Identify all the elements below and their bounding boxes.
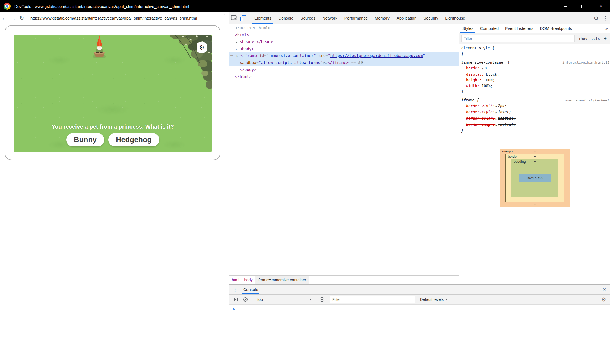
- tab-network[interactable]: Network: [319, 12, 341, 24]
- css-property[interactable]: border-color:▶initial;: [459, 116, 610, 122]
- css-property[interactable]: border-image:▶initial;: [459, 122, 610, 128]
- console-output[interactable]: >: [229, 305, 610, 364]
- log-levels-select[interactable]: Default levels ▼: [420, 297, 448, 302]
- dom-tree-node[interactable]: ⋯▶<iframe id="immersive-container" src="…: [229, 52, 459, 59]
- console-filter-input[interactable]: [330, 296, 415, 303]
- game-settings-button[interactable]: ⚙: [197, 42, 207, 53]
- collapse-arrow-icon[interactable]: ▼: [236, 46, 237, 53]
- node-markup: <body>: [229, 47, 254, 51]
- drawer-tab-console[interactable]: Console: [242, 285, 259, 294]
- drawer-header: ⋮ Console ✕: [229, 285, 610, 295]
- css-property[interactable]: border-width:▶2px;: [459, 103, 610, 109]
- dom-tree-node[interactable]: <!DOCTYPE html>: [229, 25, 459, 32]
- console-sidebar-icon: [233, 298, 238, 301]
- gear-icon: ⚙: [594, 15, 599, 21]
- tab-sources[interactable]: Sources: [297, 12, 319, 24]
- eye-icon: [320, 297, 324, 302]
- choice-button-bunny[interactable]: Bunny: [66, 133, 104, 146]
- node-markup: sandbox="allow-scripts allow-forms">…</i…: [229, 60, 363, 65]
- css-rule[interactable]: element.style {}: [459, 44, 610, 58]
- node-markup: </html>: [229, 74, 251, 79]
- toolbar-separator: [249, 15, 249, 21]
- expand-arrow-icon[interactable]: ▶: [496, 105, 497, 108]
- game-canvas[interactable]: ⚙ You receive a pet from a princess. Wha…: [14, 35, 212, 152]
- chevron-down-icon: ▼: [309, 298, 312, 301]
- css-rule[interactable]: #immersive-container {interactive…him.ht…: [459, 58, 610, 96]
- toggle-classes-button[interactable]: .cls: [591, 36, 600, 41]
- url-input[interactable]: [28, 14, 225, 22]
- tab-elements[interactable]: Elements: [251, 12, 275, 24]
- dom-tree-node[interactable]: </html>: [229, 73, 459, 80]
- expand-arrow-icon[interactable]: ▶: [496, 124, 497, 126]
- css-selector: #immersive-container {: [461, 60, 510, 65]
- css-property[interactable]: display: block;: [459, 72, 610, 77]
- forward-button[interactable]: →: [9, 15, 17, 21]
- devtools-toolbar: ElementsConsoleSourcesNetworkPerformance…: [229, 12, 610, 24]
- clear-console-button[interactable]: [242, 296, 249, 303]
- tab-lighthouse[interactable]: Lighthouse: [442, 12, 469, 24]
- kebab-menu-icon: ⋮: [603, 15, 608, 21]
- dom-tree-node[interactable]: </body>: [229, 66, 459, 73]
- tab-performance[interactable]: Performance: [341, 12, 371, 24]
- css-property[interactable]: width: 100%;: [459, 83, 610, 89]
- tab-memory[interactable]: Memory: [371, 12, 393, 24]
- devtools-pane: ElementsConsoleSourcesNetworkPerformance…: [229, 12, 610, 364]
- drawer-close-button[interactable]: ✕: [603, 287, 606, 292]
- drawer-menu-icon[interactable]: ⋮: [233, 287, 237, 292]
- sidebar-tab-computed[interactable]: Computed: [477, 24, 502, 33]
- toolbar-separator: [590, 15, 590, 21]
- chrome-logo-icon: [4, 3, 11, 10]
- device-toolbar-button[interactable]: [239, 14, 248, 23]
- inspect-element-button[interactable]: [229, 14, 239, 23]
- stylesheet-source-link[interactable]: interactive…him.html:15: [562, 60, 609, 65]
- close-button[interactable]: ✕: [592, 0, 610, 12]
- expand-arrow-icon[interactable]: ▶: [236, 39, 237, 46]
- reload-button[interactable]: ↻: [17, 15, 26, 21]
- css-property[interactable]: border:▶0;: [459, 65, 610, 72]
- sidebar-tab-event-listeners[interactable]: Event Listeners: [502, 24, 536, 33]
- expand-arrow-icon[interactable]: ▶: [496, 111, 497, 114]
- css-property[interactable]: border-style:▶inset;: [459, 109, 610, 116]
- dom-tree-node[interactable]: <html>: [229, 32, 459, 39]
- console-sidebar-toggle-button[interactable]: [232, 296, 239, 303]
- dom-tree-node[interactable]: ▼<body>: [229, 46, 459, 53]
- more-tabs-icon[interactable]: »: [605, 26, 608, 31]
- execution-context-select[interactable]: top ▼: [257, 297, 312, 302]
- tab-console[interactable]: Console: [275, 12, 297, 24]
- dom-tree-node[interactable]: sandbox="allow-scripts allow-forms">…</i…: [229, 59, 459, 66]
- elements-tree[interactable]: <!DOCTYPE html><html>▶<head>…</head>▼<bo…: [229, 24, 459, 275]
- breadcrumb-item[interactable]: html: [229, 276, 242, 284]
- back-button[interactable]: ←: [0, 15, 9, 21]
- settings-button[interactable]: ⚙: [592, 14, 601, 23]
- sidebar-tab-styles[interactable]: Styles: [459, 24, 477, 33]
- dom-tree-node[interactable]: ▶<head>…</head>: [229, 39, 459, 46]
- choice-button-hedgehog[interactable]: Hedgehog: [108, 133, 159, 146]
- box-model-padding: padding− − 1024 × 600 − −: [511, 159, 558, 197]
- tab-application[interactable]: Application: [393, 12, 420, 24]
- css-rule[interactable]: iframe {user agent stylesheetborder-widt…: [459, 96, 610, 135]
- console-settings-button[interactable]: ⚙: [600, 296, 607, 303]
- maximize-button[interactable]: [574, 0, 592, 12]
- box-model-diagram[interactable]: margin− − border− − padding− −: [500, 149, 570, 207]
- new-style-rule-button[interactable]: +: [604, 36, 607, 41]
- css-rules-list: element.style {}#immersive-container {in…: [459, 44, 610, 135]
- css-property[interactable]: height: 100%;: [459, 77, 610, 83]
- devtools-menu-button[interactable]: ⋮: [601, 14, 610, 23]
- expand-arrow-icon[interactable]: ▶: [237, 53, 238, 60]
- tab-security[interactable]: Security: [420, 12, 442, 24]
- sidebar-tab-dom-breakpoints[interactable]: DOM Breakpoints: [536, 24, 575, 33]
- minimize-button[interactable]: [556, 0, 574, 12]
- gnome-character: [90, 35, 108, 59]
- toggle-hover-state-button[interactable]: :hov: [579, 36, 587, 41]
- breadcrumb-item[interactable]: iframe#immersive-container: [255, 276, 309, 284]
- node-options-icon[interactable]: ⋯: [230, 52, 233, 59]
- console-toolbar: top ▼ Default levels ▼ ⚙: [229, 295, 610, 305]
- gear-icon: ⚙: [601, 296, 606, 303]
- create-live-expression-button[interactable]: [318, 296, 325, 303]
- screencast-navbar: ← → ↻: [0, 12, 229, 24]
- breadcrumb-item[interactable]: body: [242, 276, 255, 284]
- styles-filter-input[interactable]: [461, 35, 575, 42]
- expand-arrow-icon[interactable]: ▶: [496, 117, 497, 120]
- breadcrumb: htmlbodyiframe#immersive-container: [229, 275, 459, 284]
- expand-arrow-icon[interactable]: ▶: [482, 67, 484, 70]
